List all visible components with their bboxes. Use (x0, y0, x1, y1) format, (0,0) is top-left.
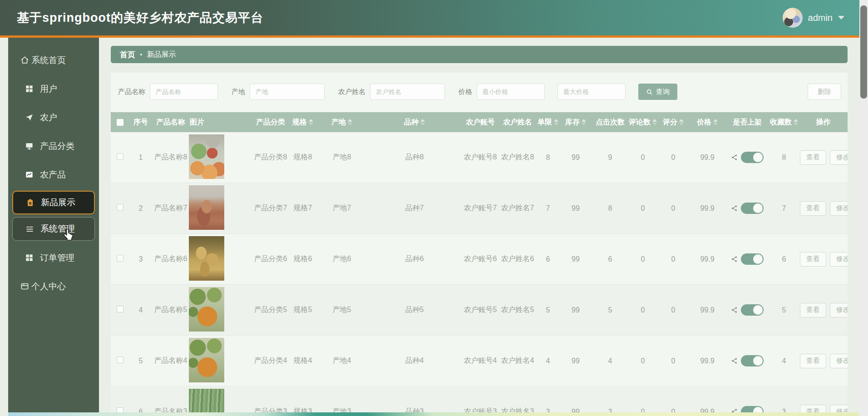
row-checkbox[interactable] (117, 255, 123, 262)
cell-product-name: 产品名称6 (153, 254, 189, 264)
scrollbar-thumb[interactable] (860, 5, 867, 99)
on-shelf-toggle[interactable] (741, 406, 764, 412)
cell-stock: 99 (559, 204, 592, 213)
cell-farmer-account: 农户账号3 (462, 407, 498, 412)
clipboard-icon (26, 198, 35, 207)
row-checkbox[interactable] (117, 306, 123, 312)
col-comments[interactable]: 评论数 (628, 118, 657, 127)
breadcrumb-current: 新品展示 (147, 50, 176, 59)
row-checkbox[interactable] (117, 407, 123, 412)
cell-farmer-account: 农户账号6 (462, 254, 498, 264)
sidebar-item-orders[interactable]: 订单管理 (8, 243, 99, 272)
edit-button[interactable]: 修改 (830, 150, 848, 165)
cell-farmer-name: 农户姓名4 (498, 356, 537, 366)
sort-carets-icon[interactable] (582, 119, 586, 125)
breadcrumb-home-link[interactable]: 首页 (120, 50, 135, 60)
sort-carets-icon[interactable] (309, 119, 313, 125)
sort-carets-icon[interactable] (713, 119, 718, 125)
on-shelf-toggle[interactable] (741, 253, 764, 265)
sort-carets-icon[interactable] (420, 119, 425, 125)
cell-favorites: 7 (769, 204, 799, 213)
edit-button[interactable]: 修改 (830, 201, 848, 216)
col-limit[interactable]: 单限 (537, 118, 559, 127)
price-max-input[interactable] (557, 84, 626, 100)
col-category[interactable]: 产品分类 (252, 118, 289, 127)
view-button[interactable]: 查看 (800, 303, 826, 317)
user-menu[interactable]: admin (783, 0, 844, 35)
sidebar-item-profile[interactable]: 个人中心 (8, 272, 99, 301)
col-farmer-account[interactable]: 农户账号 (462, 118, 498, 127)
col-product-name[interactable]: 产品名称 (153, 118, 189, 127)
table-row: 3 产品名称6 产品分类6 规格6 产地6 品种6 农户账号6 农户姓名6 6 … (111, 234, 848, 285)
col-clicks[interactable]: 点击次数 (592, 118, 628, 127)
sort-carets-icon[interactable] (652, 119, 657, 125)
cell-limit: 6 (537, 255, 559, 263)
product-image (189, 338, 224, 382)
sort-carets-icon[interactable] (554, 119, 558, 125)
sort-carets-icon[interactable] (679, 119, 684, 125)
cell-index: 4 (129, 306, 153, 314)
cell-price: 99.9 (689, 306, 725, 314)
col-image: 图片 (189, 118, 252, 127)
col-farmer-name[interactable]: 农户姓名 (498, 118, 537, 127)
cell-comments: 0 (628, 255, 657, 263)
product-name-input[interactable] (150, 84, 218, 100)
sidebar-item-system-management[interactable]: 系统管理 (12, 217, 95, 241)
sidebar-item-home[interactable]: 系统首页 (8, 46, 99, 74)
col-rating[interactable]: 评分 (657, 118, 689, 127)
view-button[interactable]: 查看 (800, 201, 826, 216)
on-shelf-toggle[interactable] (741, 355, 764, 366)
view-button[interactable]: 查看 (800, 354, 826, 368)
col-on-shelf[interactable]: 是否上架 (725, 118, 769, 127)
sidebar-item-users[interactable]: 用户 (8, 74, 99, 103)
delete-button[interactable]: 删除 (808, 84, 841, 100)
select-all-checkbox[interactable] (117, 119, 123, 126)
sidebar-item-label: 个人中心 (31, 281, 66, 292)
col-variety[interactable]: 品种 (367, 118, 462, 127)
view-button[interactable]: 查看 (800, 150, 826, 165)
col-favorites[interactable]: 收藏数 (769, 118, 799, 127)
sort-carets-icon[interactable] (794, 119, 798, 125)
on-shelf-toggle[interactable] (741, 152, 764, 163)
sort-carets-icon[interactable] (348, 119, 352, 125)
row-checkbox[interactable] (117, 153, 123, 160)
cell-farmer-account: 农户账号4 (462, 356, 498, 366)
edit-button[interactable]: 修改 (830, 354, 848, 368)
row-checkbox[interactable] (117, 204, 123, 211)
cell-spec: 规格5 (289, 305, 317, 315)
app-window: 基于springboot的美好乡村农产品交易平台 admin 系统首页 用户 农… (0, 0, 868, 416)
sidebar-item-label: 产品分类 (40, 140, 74, 152)
sidebar-item-categories[interactable]: 产品分类 (8, 132, 99, 160)
sidebar-item-farmers[interactable]: 农户 (8, 103, 99, 132)
cell-rating: 0 (657, 255, 689, 263)
edit-button[interactable]: 修改 (830, 303, 848, 317)
search-button[interactable]: 查询 (638, 84, 677, 100)
on-shelf-toggle[interactable] (741, 304, 764, 316)
price-min-input[interactable] (477, 84, 545, 100)
on-shelf-toggle[interactable] (741, 203, 764, 214)
col-spec[interactable]: 规格 (289, 118, 317, 127)
cell-favorites: 5 (769, 306, 799, 314)
farmer-name-input[interactable] (370, 84, 445, 100)
vertical-scrollbar[interactable] (859, 0, 868, 416)
cell-clicks: 6 (592, 255, 628, 263)
edit-button[interactable]: 修改 (830, 252, 848, 267)
cell-rating: 0 (657, 154, 689, 162)
mouse-cursor (63, 228, 75, 242)
cell-stock: 99 (559, 357, 592, 365)
row-checkbox[interactable] (117, 357, 123, 363)
col-origin[interactable]: 产地 (317, 118, 367, 127)
view-button[interactable]: 查看 (800, 252, 826, 267)
cell-clicks: 4 (592, 357, 628, 365)
view-button[interactable]: 查看 (800, 405, 826, 413)
origin-input[interactable] (250, 84, 325, 100)
col-price[interactable]: 价格 (689, 118, 725, 127)
sidebar-item-products[interactable]: 农产品 (8, 160, 99, 189)
cell-comments: 0 (628, 154, 657, 162)
edit-button[interactable]: 修改 (830, 405, 848, 413)
sidebar-item-label: 系统首页 (31, 54, 66, 66)
col-stock[interactable]: 库存 (559, 118, 592, 127)
sidebar: 系统首页 用户 农户 产品分类 农产品 新品展示 (8, 38, 99, 412)
sidebar-item-new-products[interactable]: 新品展示 (12, 191, 95, 214)
user-avatar[interactable] (783, 8, 803, 28)
